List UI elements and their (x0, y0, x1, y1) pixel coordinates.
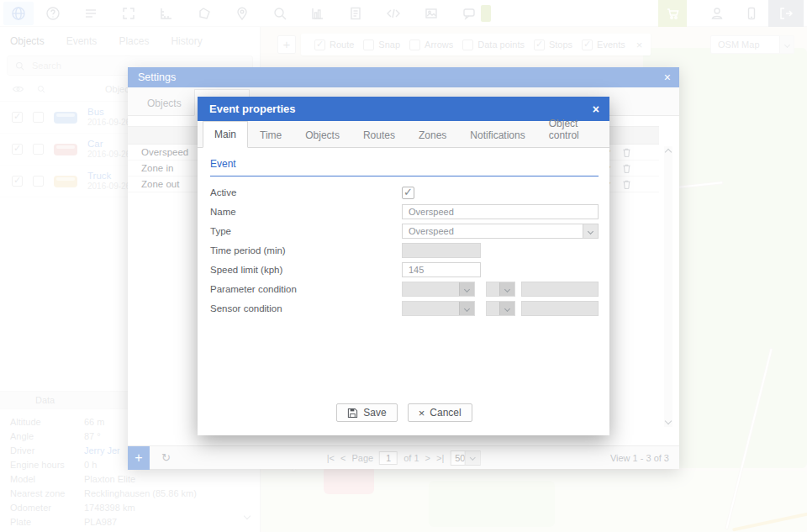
save-floppy-icon (347, 408, 358, 419)
tab-notifications[interactable]: Notifications (458, 122, 536, 148)
dropdown-arrow (583, 224, 598, 238)
sensor-select (402, 301, 475, 316)
form-row-time-period: Time period (min) (210, 243, 599, 258)
tab-object-control[interactable]: Object control (537, 110, 609, 148)
sensor-operator-select (486, 301, 515, 316)
name-label: Name (210, 207, 402, 217)
parameter-select (402, 282, 475, 297)
save-label: Save (363, 407, 386, 419)
dialog-buttons: Save × Cancel (210, 403, 599, 422)
form-row-sensor-condition: Sensor condition (210, 301, 599, 316)
event-form: Event Active Name Type Overspeed (198, 148, 609, 422)
cancel-x-icon: × (419, 408, 425, 419)
form-row-active: Active (210, 185, 599, 200)
sensor-condition-label: Sensor condition (210, 303, 402, 313)
speed-limit-label: Speed limit (kph) (210, 265, 402, 275)
parameter-operator-select (486, 282, 515, 297)
parameter-value-input (521, 282, 599, 297)
time-period-label: Time period (min) (210, 245, 402, 255)
event-properties-dialog: Event properties × Main Time Objects Rou… (198, 97, 609, 435)
application-window: Objects Events Places History Object Bus (0, 0, 807, 532)
form-row-speed-limit: Speed limit (kph) (210, 262, 599, 277)
form-row-parameter-condition: Parameter condition (210, 282, 599, 297)
event-section-title: Event (210, 158, 599, 176)
tab-time[interactable]: Time (248, 122, 293, 148)
cancel-label: Cancel (430, 407, 461, 419)
active-checkbox[interactable] (402, 187, 414, 199)
form-row-type: Type Overspeed (210, 224, 599, 239)
tab-objects[interactable]: Objects (293, 122, 351, 148)
type-value: Overspeed (409, 226, 454, 236)
active-label: Active (210, 187, 402, 198)
tab-routes[interactable]: Routes (351, 122, 407, 148)
sensor-value-input (521, 301, 599, 316)
event-dialog-tabs: Main Time Objects Routes Zones Notificat… (198, 121, 609, 148)
tab-main[interactable]: Main (203, 121, 248, 148)
save-button[interactable]: Save (336, 403, 397, 422)
type-label: Type (210, 226, 402, 236)
event-dialog-title: Event properties (209, 103, 296, 115)
cancel-button[interactable]: × Cancel (408, 403, 472, 422)
parameter-condition-label: Parameter condition (210, 284, 402, 294)
type-select[interactable]: Overspeed (402, 224, 599, 239)
tab-zones[interactable]: Zones (407, 122, 458, 148)
form-row-name: Name (210, 204, 599, 219)
speed-limit-input[interactable] (402, 262, 481, 277)
name-input[interactable] (402, 204, 599, 219)
time-period-input (402, 243, 481, 258)
